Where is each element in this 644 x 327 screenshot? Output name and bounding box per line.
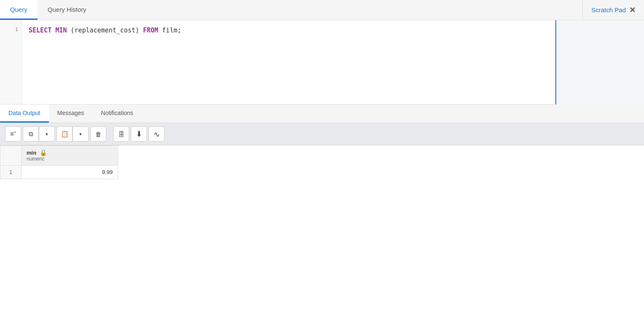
query-editor: 1 SELECT MIN (replacement_cost) FROM fil… — [0, 20, 555, 105]
tab-query-history-label: Query History — [48, 6, 87, 13]
tab-notifications-label: Notifications — [101, 110, 133, 116]
tab-data-output[interactable]: Data Output — [0, 105, 49, 123]
paste-dropdown-button[interactable]: ▾ — [73, 126, 89, 142]
download-button[interactable]: ⬇ — [131, 126, 147, 142]
save-data-icon: 🗄 — [118, 131, 124, 138]
chevron-down-icon-2: ▾ — [79, 131, 82, 137]
add-row-icon: ≡+ — [10, 130, 16, 138]
table-header-row: min 🔒 numeric — [0, 146, 118, 166]
data-table: min 🔒 numeric 1 9.99 — [0, 145, 118, 179]
delete-icon: 🗑 — [95, 131, 102, 138]
tab-query-history[interactable]: Query History — [38, 0, 97, 20]
scratch-pad-panel — [555, 20, 644, 105]
query-text-area[interactable]: SELECT MIN (replacement_cost) FROM film; — [22, 20, 555, 104]
add-row-button[interactable]: ≡+ — [5, 126, 21, 142]
tab-messages[interactable]: Messages — [49, 105, 93, 123]
tab-query-label: Query — [10, 6, 27, 13]
bottom-panel: Data Output Messages Notifications ≡+ ⧉ — [0, 105, 644, 327]
copy-dropdown-button[interactable]: ▾ — [39, 126, 55, 142]
add-row-group: ≡+ — [5, 126, 21, 142]
main-container: Query Query History Scratch Pad ✕ 1 SELE… — [0, 0, 644, 327]
copy-icon: ⧉ — [29, 130, 33, 138]
tab-notifications[interactable]: Notifications — [92, 105, 141, 123]
copy-button[interactable]: ⧉ — [23, 126, 39, 142]
close-icon[interactable]: ✕ — [629, 5, 636, 15]
keyword-select: SELECT — [29, 27, 51, 34]
col-name: min — [27, 150, 36, 156]
lock-icon: 🔒 — [40, 149, 47, 156]
paste-icon: 📋 — [61, 130, 69, 138]
keyword-min: MIN — [55, 27, 67, 34]
min-value-cell: 9.99 — [22, 166, 118, 179]
chevron-down-icon: ▾ — [46, 131, 48, 137]
delete-button[interactable]: 🗑 — [90, 126, 106, 142]
tab-bar: Query Query History Scratch Pad ✕ — [0, 0, 644, 20]
editor-row: 1 SELECT MIN (replacement_cost) FROM fil… — [0, 20, 644, 105]
line-numbers: 1 — [0, 20, 22, 104]
graph-button[interactable]: ∿ — [149, 126, 165, 142]
download-icon: ⬇ — [136, 129, 142, 139]
tab-messages-label: Messages — [57, 110, 84, 116]
save-data-button[interactable]: 🗄 — [113, 126, 129, 142]
data-table-container: min 🔒 numeric 1 9.99 — [0, 145, 644, 327]
toolbar: ≡+ ⧉ ▾ 📋 ▾ — [0, 123, 644, 145]
tab-query[interactable]: Query — [0, 0, 38, 20]
table-row: 1 9.99 — [0, 166, 118, 179]
tab-data-output-label: Data Output — [8, 110, 41, 116]
scratch-pad-label: Scratch Pad — [591, 6, 626, 13]
paste-group: 📋 ▾ — [57, 126, 89, 142]
col-type: numeric — [27, 156, 113, 162]
paste-button[interactable]: 📋 — [57, 126, 73, 142]
column-min-header: min 🔒 numeric — [22, 146, 118, 166]
graph-icon: ∿ — [154, 130, 160, 139]
result-tab-bar: Data Output Messages Notifications — [0, 105, 644, 123]
line-number-1: 1 — [15, 26, 18, 32]
keyword-from: FROM — [143, 27, 158, 34]
row-number-cell: 1 — [0, 166, 22, 179]
row-num-header — [0, 146, 22, 166]
tab-scratch-pad[interactable]: Scratch Pad ✕ — [582, 0, 644, 20]
copy-group: ⧉ ▾ — [23, 126, 55, 142]
